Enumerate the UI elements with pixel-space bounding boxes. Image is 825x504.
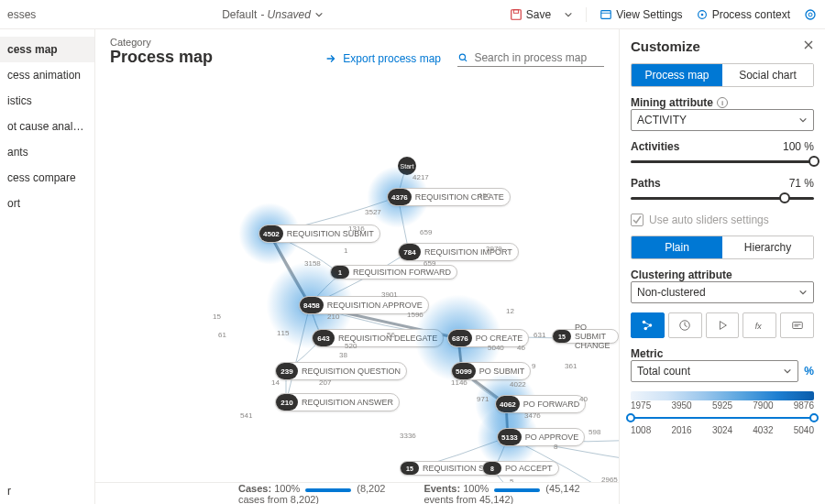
tab-plain[interactable]: Plain — [632, 236, 722, 258]
svg-rect-13 — [792, 323, 802, 329]
divider — [586, 7, 587, 22]
clustering-attribute-select[interactable]: Non-clustered — [631, 281, 814, 303]
nav-process-animation[interactable]: cess animation — [0, 62, 94, 88]
node-n4[interactable]: 1REQUISITION FORWARD — [330, 265, 457, 279]
svg-point-7 — [459, 54, 465, 60]
process-map-canvas[interactable]: StartEnd4376REQUISITION CREATE4502REQUIS… — [95, 72, 619, 482]
node-n6[interactable]: 643REQUISITION DELEGATE — [312, 329, 444, 347]
fx-icon: fx — [754, 319, 766, 332]
metric-clock-button[interactable] — [668, 312, 702, 338]
auto-sliders-checkbox[interactable]: Use auto sliders settings — [631, 214, 814, 226]
metric-select[interactable]: Total count — [631, 360, 798, 382]
metric-graph-button[interactable] — [631, 312, 665, 338]
edge-label: 15 — [213, 312, 221, 321]
search-input[interactable] — [474, 51, 604, 64]
svg-text:fx: fx — [755, 322, 762, 331]
color-scale — [631, 391, 814, 400]
nav-root-cause[interactable]: ot cause analysis — [0, 114, 94, 139]
node-label: REQUISITION APPROVE — [327, 301, 423, 310]
edge-label: 361 — [565, 362, 577, 370]
nav-export[interactable]: ort — [0, 191, 94, 216]
clock-icon — [678, 319, 691, 332]
chevron-down-icon[interactable] — [314, 10, 324, 19]
checkbox-icon — [631, 214, 644, 226]
breadcrumb[interactable]: esses — [7, 8, 36, 21]
auto-sliders-label: Use auto sliders settings — [649, 214, 769, 226]
node-n1[interactable]: 4376REQUISITION CREATE — [387, 188, 511, 206]
clustering-attribute-value: Non-clustered — [637, 286, 706, 299]
nav-variants[interactable]: ants — [0, 139, 94, 165]
edge-label: 56 — [387, 331, 395, 339]
activities-slider[interactable] — [631, 155, 814, 168]
range-slider[interactable] — [631, 411, 814, 425]
search-wrap[interactable] — [457, 49, 604, 67]
node-badge: 15 — [553, 330, 571, 343]
process-context-button[interactable]: Process context — [696, 8, 790, 21]
events-label: Events: — [424, 483, 460, 494]
paths-slider[interactable] — [631, 192, 814, 204]
chevron-down-icon — [783, 367, 792, 376]
metric-icon-row: fx — [631, 312, 814, 338]
metric-card-button[interactable] — [780, 312, 814, 338]
node-start[interactable]: Start — [398, 157, 416, 175]
edge-label: 541 — [240, 411, 252, 420]
edge-label: 46 — [517, 344, 525, 352]
edge-label: 61 — [218, 331, 226, 339]
close-panel-button[interactable] — [803, 39, 814, 53]
plain-hierarchy-segment: Plain Hierarchy — [631, 236, 814, 259]
save-dropdown-icon[interactable] — [564, 10, 573, 19]
edge-label: 8 — [554, 443, 557, 451]
nav-process-map[interactable]: cess map — [0, 37, 94, 62]
node-n17[interactable]: 8PO ACCEPT — [482, 461, 559, 476]
metric-value: Total count — [637, 365, 690, 378]
node-n11[interactable]: 4062PO FORWARD — [495, 395, 586, 413]
tab-hierarchy[interactable]: Hierarchy — [722, 236, 813, 258]
top-bar: esses Default - Unsaved Save View Settin… — [0, 0, 825, 29]
mining-attribute-select[interactable]: ACTIVITY — [631, 109, 814, 131]
edge-label: 3527 — [365, 208, 381, 216]
node-label: REQUISITION FORWARD — [353, 268, 451, 277]
node-label: PO ACCEPT — [505, 464, 553, 473]
metric-play-button[interactable] — [706, 312, 740, 338]
svg-point-5 — [806, 10, 815, 19]
edge-label: 1596 — [407, 311, 424, 319]
edge-label: 2965 — [601, 476, 618, 482]
svg-rect-2 — [601, 10, 611, 18]
left-nav: cess map cess animation istics ot cause … — [0, 29, 95, 504]
node-n10[interactable]: 5099PO SUBMIT — [451, 362, 531, 380]
node-n7[interactable]: 239REQUISITION QUESTION — [275, 362, 407, 380]
nav-footer-item[interactable]: r — [0, 478, 94, 504]
info-icon[interactable]: i — [717, 97, 728, 108]
save-icon — [510, 8, 522, 21]
tab-social-chart[interactable]: Social chart — [722, 64, 813, 86]
nav-process-compare[interactable]: cess compare — [0, 165, 94, 191]
edge-label: 38 — [339, 351, 347, 359]
edge-label: 3979 — [486, 245, 502, 253]
node-n13[interactable]: 15PO SUBMIT CHANGE — [552, 329, 619, 344]
nav-statistics[interactable]: istics — [0, 88, 94, 114]
scale-ticks-top: 19753950592579009876 — [631, 400, 814, 411]
edge-label: 971 — [477, 395, 489, 403]
edge-label: 5 — [510, 477, 513, 482]
tab-process-map[interactable]: Process map — [632, 64, 722, 86]
node-n8[interactable]: 210REQUISITION ANSWER — [275, 393, 400, 411]
settings-gear-icon[interactable] — [803, 7, 818, 22]
export-button[interactable]: Export process map — [324, 52, 441, 65]
edge-label: 659 — [420, 228, 432, 236]
edge-label: 598 — [588, 428, 600, 436]
customize-title: Customize — [631, 38, 803, 54]
svg-rect-0 — [512, 9, 522, 19]
events-pct: 100% — [463, 483, 489, 494]
save-button[interactable]: Save — [510, 8, 551, 21]
view-settings-icon — [600, 8, 612, 21]
card-icon — [791, 319, 804, 332]
view-settings-button[interactable]: View Settings — [600, 8, 683, 21]
paths-pct: 71 % — [789, 177, 814, 190]
node-badge: 4502 — [259, 225, 283, 242]
node-n12[interactable]: 5133PO APPROVE — [497, 428, 585, 446]
cases-label: Cases: — [238, 483, 271, 494]
edge-label: 631 — [534, 331, 545, 339]
metric-unit-toggle[interactable]: % — [804, 365, 814, 378]
main-area: Category Process map Export process map … — [95, 29, 620, 504]
metric-fx-button[interactable]: fx — [742, 312, 776, 338]
